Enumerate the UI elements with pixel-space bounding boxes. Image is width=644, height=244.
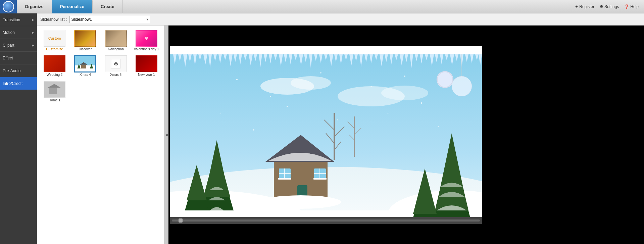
help-link[interactable]: ❓ Help <box>624 4 639 9</box>
sidebar-item-effect[interactable]: Effect <box>0 52 37 64</box>
sidebar-item-transition[interactable]: Transition ▶ <box>0 13 37 26</box>
svg-point-119 <box>270 96 271 97</box>
svg-point-114 <box>437 71 453 88</box>
preview-scene <box>170 46 482 224</box>
theme-thumb-valentines <box>136 30 157 47</box>
theme-thumb-discover <box>74 30 96 47</box>
collapse-panel-button[interactable]: ◀ <box>164 26 168 244</box>
theme-label-valentines: Valentine's day 1 <box>134 47 159 51</box>
theme-item-navigation[interactable]: Navigation <box>102 29 130 52</box>
main-layout: Transition ▶ Motion ▶ Clipart ▶ Effect P… <box>0 13 644 244</box>
sidebar-item-pre-audio[interactable]: Pre-Audio <box>0 64 37 77</box>
slideshow-bar: Slideshow list : Slideshow1 <box>37 13 644 26</box>
tab-organize[interactable]: Organize <box>17 0 52 13</box>
collapse-icon: ◀ <box>165 133 168 137</box>
theme-item-discover[interactable]: Discover <box>71 29 99 52</box>
theme-thumb-navigation <box>105 30 127 47</box>
theme-label-xmas4: Xmas 4 <box>80 73 91 77</box>
svg-rect-43 <box>313 178 327 180</box>
gear-icon: ⚙ <box>600 4 603 9</box>
svg-rect-7 <box>49 88 57 94</box>
theme-item-xmas5[interactable]: ❄ Xmas 5 <box>102 54 130 78</box>
sidebar-item-clipart[interactable]: Clipart ▶ <box>0 39 37 52</box>
right-black-area <box>483 26 644 244</box>
svg-point-117 <box>452 76 472 96</box>
svg-rect-42 <box>278 178 291 180</box>
svg-point-127 <box>387 112 388 113</box>
svg-rect-50 <box>170 46 482 54</box>
theme-grid: Custom Customize Discover Navigation <box>40 29 161 103</box>
slideshow-select[interactable]: Slideshow1 <box>69 16 150 23</box>
svg-point-128 <box>253 129 254 131</box>
preview-area <box>168 26 483 244</box>
theme-label-customize: Customize <box>46 47 63 51</box>
register-link[interactable]: ✦ Register <box>575 4 594 9</box>
svg-point-129 <box>438 126 439 127</box>
svg-point-125 <box>337 119 338 120</box>
scrubber-bar[interactable] <box>172 219 480 222</box>
theme-label-wedding2: Wedding 2 <box>47 73 63 77</box>
svg-point-13 <box>381 86 428 100</box>
content-area: Slideshow list : Slideshow1 Custom Custo… <box>37 13 644 244</box>
theme-item-home1[interactable]: Home 1 <box>40 80 69 103</box>
scrubber-thumb[interactable] <box>179 218 183 223</box>
slideshow-list-label: Slideshow list : <box>40 17 67 22</box>
svg-point-118 <box>236 79 238 80</box>
theme-item-xmas4[interactable]: Xmas 4 <box>71 54 99 78</box>
svg-rect-2 <box>81 65 86 68</box>
svg-point-44 <box>260 195 341 209</box>
app-logo <box>0 0 17 13</box>
theme-label-newyear1: New year 1 <box>138 73 155 77</box>
svg-point-122 <box>404 76 405 77</box>
nav-tabs: Organize Personalize Create <box>17 0 122 13</box>
scrubber <box>170 217 482 224</box>
top-bar: Organize Personalize Create ✦ Register ⚙… <box>0 0 644 13</box>
theme-label-home1: Home 1 <box>49 98 60 102</box>
arrow-icon: ▶ <box>32 18 34 21</box>
slideshow-select-wrapper: Slideshow1 <box>69 16 150 23</box>
sidebar-item-motion[interactable]: Motion ▶ <box>0 26 37 39</box>
logo-circle <box>3 1 14 12</box>
sidebar-item-intro-credit[interactable]: Intro/Credit <box>0 77 37 90</box>
tab-create[interactable]: Create <box>93 0 122 13</box>
arrow-icon: ▶ <box>32 44 34 47</box>
sidebar: Transition ▶ Motion ▶ Clipart ▶ Effect P… <box>0 13 37 244</box>
svg-point-120 <box>320 72 321 74</box>
theme-label-discover: Discover <box>79 47 92 51</box>
theme-thumb-newyear1 <box>136 55 157 72</box>
help-icon: ❓ <box>624 4 629 9</box>
svg-point-121 <box>370 86 371 87</box>
theme-item-valentines[interactable]: Valentine's day 1 <box>132 29 161 52</box>
settings-link[interactable]: ⚙ Settings <box>600 4 619 9</box>
theme-thumb-xmas4 <box>74 55 96 72</box>
register-icon: ✦ <box>575 4 578 9</box>
svg-point-11 <box>291 76 331 90</box>
tab-personalize[interactable]: Personalize <box>52 0 93 13</box>
top-right-actions: ✦ Register ⚙ Settings ❓ Help <box>575 4 644 9</box>
theme-label-xmas5: Xmas 5 <box>110 73 121 77</box>
theme-panel: Custom Customize Discover Navigation <box>37 26 164 244</box>
svg-point-124 <box>287 106 288 107</box>
theme-thumb-wedding2 <box>44 55 65 72</box>
arrow-icon: ▶ <box>32 31 34 34</box>
svg-point-126 <box>421 102 422 104</box>
theme-thumb-home1 <box>44 81 65 98</box>
panel-preview: Custom Customize Discover Navigation <box>37 26 644 244</box>
svg-point-123 <box>219 112 220 113</box>
theme-label-navigation: Navigation <box>108 47 123 51</box>
preview-canvas <box>170 46 482 224</box>
theme-thumb-xmas5: ❄ <box>105 55 127 72</box>
theme-item-newyear1[interactable]: New year 1 <box>132 54 161 78</box>
theme-item-wedding2[interactable]: Wedding 2 <box>40 54 69 78</box>
theme-item-customize[interactable]: Custom Customize <box>40 29 69 52</box>
theme-thumb-customize: Custom <box>44 30 65 47</box>
